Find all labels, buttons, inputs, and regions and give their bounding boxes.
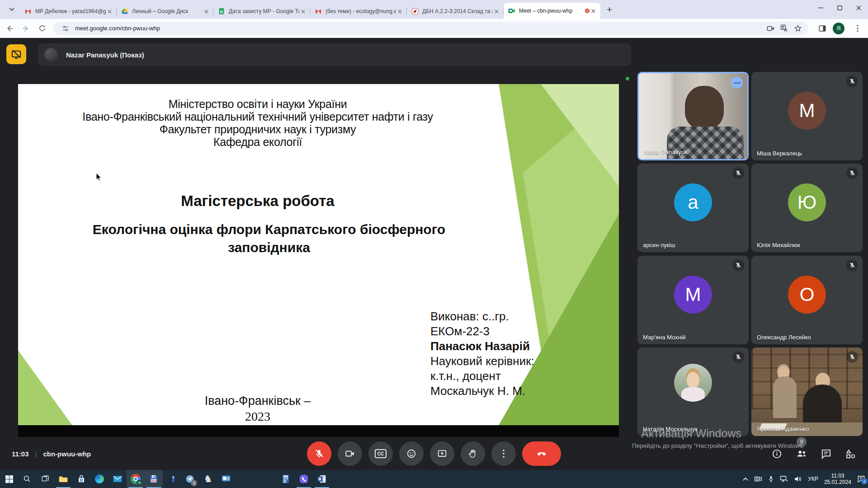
- taskbar-viber[interactable]: [295, 470, 313, 488]
- recording-indicator-icon: [585, 9, 590, 13]
- present-screen-button[interactable]: [430, 441, 454, 466]
- camera-in-use-icon[interactable]: [765, 23, 777, 34]
- tray-mic-icon[interactable]: [768, 475, 774, 483]
- tab-meet-active[interactable]: Meet – cbn-pwuu-whp: [504, 3, 600, 19]
- taskbar-chrome[interactable]: Я: [127, 470, 145, 488]
- language-indicator[interactable]: УКР: [808, 476, 818, 482]
- people-icon: [796, 448, 807, 460]
- taskbar-presentation-app[interactable]: [217, 470, 235, 488]
- raise-hand-button[interactable]: [461, 441, 485, 466]
- mic-muted-icon: [846, 75, 858, 87]
- translate-icon[interactable]: [778, 23, 790, 34]
- forward-button[interactable]: [19, 22, 33, 35]
- tray-time: 11:03: [824, 473, 851, 479]
- side-panel-icon[interactable]: [816, 22, 829, 35]
- tile-more-options-icon[interactable]: [731, 77, 743, 89]
- tab-close-icon[interactable]: [299, 8, 307, 15]
- screen-share-off-icon: [11, 49, 22, 60]
- activities-button[interactable]: [845, 448, 856, 460]
- taskbar-mail[interactable]: [108, 470, 127, 488]
- participant-tile-mariana[interactable]: M Мар'яна Мохній: [637, 256, 749, 344]
- chat-button[interactable]: [821, 449, 831, 459]
- participant-tile-oleksandr[interactable]: О Олександр Лесейко: [751, 256, 863, 344]
- taskbar-file-explorer[interactable]: [54, 470, 72, 488]
- drive-icon: [121, 8, 128, 15]
- tab-close-icon[interactable]: [106, 8, 113, 15]
- tab-dbn-document[interactable]: ДБН А.2.2-3:2014 Склад та зміс: [407, 4, 504, 19]
- tab-sheets[interactable]: Дата захисту МР - Google Табл: [213, 4, 310, 19]
- participant-name: Nazar Panasyuk: [644, 149, 687, 155]
- participant-tile-arsen[interactable]: a арсен пукіш: [637, 164, 749, 252]
- tab-close-icon[interactable]: [590, 7, 597, 14]
- presentation-warning-chip[interactable]: [6, 44, 26, 64]
- tab-title: Личный – Google Диск: [132, 8, 203, 14]
- task-view-icon: [41, 475, 49, 483]
- presenter-banner: Nazar Panasyuk (Показ): [38, 43, 631, 66]
- camera-toggle-button[interactable]: [338, 441, 362, 466]
- taskbar-search-button[interactable]: [18, 470, 36, 488]
- taskbar-cloud-app[interactable]: 3: [181, 470, 199, 488]
- more-options-button[interactable]: [491, 441, 516, 466]
- folder-icon: [59, 475, 68, 483]
- taskbar-save-app[interactable]: [145, 470, 163, 488]
- meeting-details-button[interactable]: [772, 449, 782, 459]
- taskbar-game-app[interactable]: ♞: [199, 470, 217, 488]
- url-text[interactable]: meet.google.com/cbn-pwuu-whp: [75, 25, 160, 32]
- site-settings-icon[interactable]: [60, 23, 71, 34]
- taskbar-edge[interactable]: [90, 470, 108, 488]
- participant-tile-natalia[interactable]: Наталія Москальчук: [637, 347, 749, 436]
- tab-gmail-1[interactable]: МР Дебелюк - yarad1964@gm: [20, 4, 117, 19]
- participant-tile-yulia[interactable]: Ю Юлія Михайлюк: [751, 164, 863, 252]
- participant-tile-misha[interactable]: M Міша Веркалець: [751, 72, 863, 160]
- usb-device-icon: [167, 474, 176, 483]
- tab-drive[interactable]: Личный – Google Диск: [117, 4, 213, 19]
- tab-close-icon[interactable]: [396, 8, 403, 15]
- reload-button[interactable]: [35, 22, 49, 35]
- participant-tile-yaroslav[interactable]: Ярослав Адаменко: [751, 347, 863, 436]
- back-button[interactable]: [3, 22, 16, 35]
- tab-search-button[interactable]: [5, 3, 18, 16]
- tray-camera-icon[interactable]: [754, 475, 762, 483]
- profile-avatar[interactable]: Я: [833, 23, 844, 34]
- tray-expand-chevron[interactable]: [743, 477, 748, 481]
- taskbar-store[interactable]: [72, 470, 90, 488]
- participants-button[interactable]: 9: [796, 448, 807, 460]
- meet-main: Nazar Panasyuk (Показ) Міністерство осві…: [0, 38, 868, 470]
- slide-footer-city: Івано-Франківськ –: [18, 394, 497, 408]
- tab-title: ДБН А.2.2-3:2014 Склад та зміс: [422, 8, 493, 14]
- bookmark-star-icon[interactable]: [792, 23, 804, 34]
- taskbar-calculator[interactable]: [277, 470, 295, 488]
- slide-author-block: Виконав: с..гр. ЕКОм-22-3 Панасюк Назарі…: [430, 309, 580, 399]
- end-call-button[interactable]: [522, 441, 561, 466]
- participant-tile-nazar[interactable]: Nazar Panasyuk: [637, 72, 749, 160]
- tray-network-icon[interactable]: [780, 475, 788, 483]
- search-icon: [23, 475, 31, 483]
- captions-button[interactable]: CC: [368, 441, 393, 466]
- tray-clock[interactable]: 11:03 25.01.2024: [824, 473, 851, 485]
- taskbar-word[interactable]: [313, 470, 331, 488]
- call-controls: CC: [307, 441, 561, 466]
- minimize-button[interactable]: [811, 0, 830, 15]
- task-view-button[interactable]: [36, 470, 54, 488]
- tab-close-icon[interactable]: [203, 8, 210, 15]
- presenter-name: Nazar Panasyuk (Показ): [66, 51, 144, 59]
- mic-toggle-button[interactable]: [307, 441, 331, 466]
- floppy-disk-icon: [149, 474, 158, 483]
- tray-volume-icon[interactable]: [794, 475, 802, 483]
- browser-menu-icon[interactable]: [851, 22, 864, 35]
- slide-institution-block: Міністерство освіти і науки України Іван…: [18, 98, 497, 148]
- taskbar-device-app[interactable]: [163, 470, 181, 488]
- calculator-icon: [282, 474, 290, 483]
- mail-envelope-icon: [113, 475, 122, 483]
- start-button[interactable]: [0, 470, 18, 488]
- maximize-button[interactable]: [830, 0, 849, 15]
- close-button[interactable]: [849, 0, 868, 15]
- notification-center-button[interactable]: 2: [857, 475, 865, 483]
- slide-header-line: Міністерство освіти і науки України: [18, 98, 497, 110]
- new-tab-button[interactable]: [603, 3, 616, 16]
- reactions-button[interactable]: [399, 441, 424, 466]
- address-bar[interactable]: meet.google.com/cbn-pwuu-whp: [53, 22, 808, 35]
- tab-gmail-2[interactable]: (без теми) - ecology@nung.ed: [310, 4, 407, 19]
- slide-author-line: Виконав: с..гр.: [430, 309, 580, 324]
- tab-close-icon[interactable]: [493, 8, 500, 15]
